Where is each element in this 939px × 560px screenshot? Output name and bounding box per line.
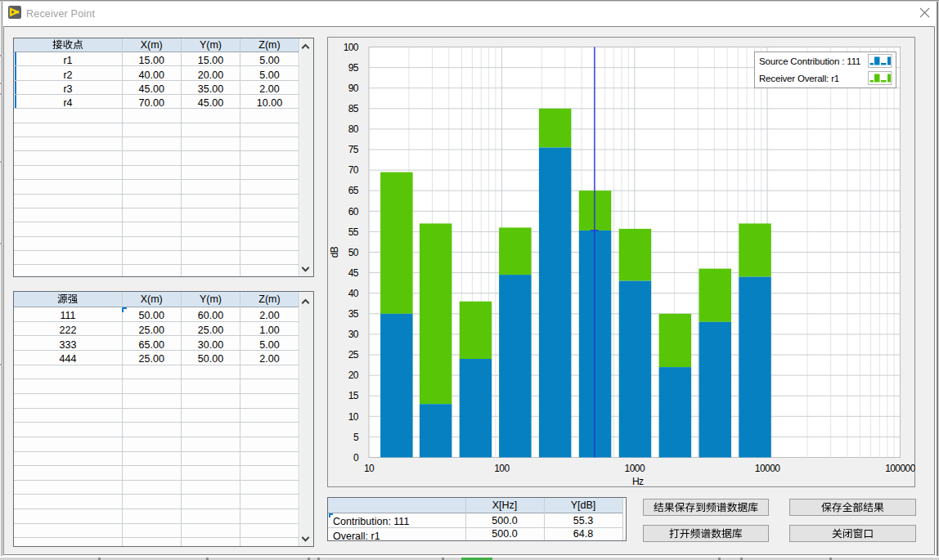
svg-text:20: 20 <box>348 370 359 381</box>
svg-text:1000: 1000 <box>625 463 645 474</box>
svg-text:0: 0 <box>353 452 359 464</box>
svg-text:30: 30 <box>348 329 359 340</box>
svg-text:45: 45 <box>348 267 359 279</box>
svg-text:80: 80 <box>348 123 359 135</box>
svg-text:35: 35 <box>348 308 359 320</box>
svg-text:Source Contribution : 111: Source Contribution : 111 <box>759 56 860 66</box>
svg-text:10000: 10000 <box>755 463 780 474</box>
svg-text:65: 65 <box>348 185 359 196</box>
svg-text:60: 60 <box>348 206 359 217</box>
svg-text:100: 100 <box>494 463 510 474</box>
svg-text:75: 75 <box>348 144 359 155</box>
svg-text:55: 55 <box>348 226 359 238</box>
svg-text:70: 70 <box>348 164 359 176</box>
svg-text:40: 40 <box>348 288 359 299</box>
svg-text:10: 10 <box>364 463 375 474</box>
svg-text:85: 85 <box>348 103 359 114</box>
svg-text:Hz: Hz <box>632 476 644 487</box>
svg-text:50: 50 <box>348 247 359 258</box>
svg-text:5: 5 <box>353 432 359 443</box>
svg-text:Receiver Overall: r1: Receiver Overall: r1 <box>759 74 839 83</box>
svg-text:10: 10 <box>348 411 359 423</box>
svg-text:95: 95 <box>348 62 359 74</box>
svg-text:100: 100 <box>344 42 359 53</box>
svg-text:15: 15 <box>348 390 359 401</box>
svg-text:dB: dB <box>329 246 340 258</box>
svg-text:25: 25 <box>348 349 359 361</box>
svg-text:100000: 100000 <box>885 463 915 474</box>
svg-text:90: 90 <box>348 83 359 94</box>
